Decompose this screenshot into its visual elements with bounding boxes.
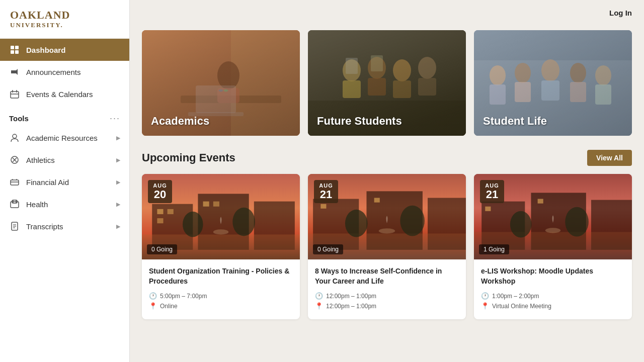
- event-3-location: 📍 Virtual Online Meeting: [481, 302, 625, 310]
- event-1-image: AUG 20 0 Going: [142, 174, 300, 259]
- svg-rect-55: [595, 84, 611, 105]
- svg-point-26: [217, 61, 239, 89]
- athletics-arrow: ▶: [116, 157, 120, 163]
- sidebar-item-health[interactable]: Health ▶: [0, 193, 129, 215]
- future-students-card[interactable]: Future Students: [308, 30, 466, 136]
- svg-point-52: [570, 63, 586, 83]
- svg-point-46: [490, 65, 506, 85]
- announcements-label: Announcements: [26, 68, 120, 76]
- svg-rect-88: [538, 199, 543, 204]
- svg-rect-25: [181, 96, 281, 103]
- event-card-2[interactable]: AUG 21 0 Going 8 Ways to Increase Self-C…: [308, 174, 466, 319]
- sidebar-item-athletics[interactable]: Athletics ▶: [0, 149, 129, 171]
- logo-area: OAKLAND UNIVERSITY.: [0, 0, 129, 39]
- svg-rect-87: [485, 207, 491, 211]
- event-1-date-badge: AUG 20: [148, 180, 172, 203]
- event-3-date-badge: AUG 21: [480, 180, 504, 203]
- svg-rect-37: [393, 80, 411, 98]
- svg-rect-27: [217, 88, 239, 103]
- logo-line2: UNIVERSITY.: [10, 21, 119, 29]
- clock-icon: 🕐: [149, 292, 157, 300]
- event-2-date-badge: AUG 21: [314, 180, 338, 203]
- academic-resources-icon: [9, 132, 20, 143]
- academics-card[interactable]: Academics: [142, 30, 300, 136]
- event-cards: AUG 20 0 Going Student Organization Trai…: [142, 174, 632, 319]
- svg-point-86: [545, 228, 560, 233]
- dashboard-icon: [9, 44, 20, 55]
- event-3-day: 21: [485, 189, 499, 201]
- event-1-day: 20: [153, 189, 167, 201]
- transcripts-icon: [9, 221, 20, 232]
- sidebar-item-dashboard[interactable]: Dashboard: [0, 39, 129, 61]
- dashboard-label: Dashboard: [26, 46, 120, 54]
- event-1-location: 📍 Online: [149, 302, 293, 310]
- svg-rect-63: [203, 202, 209, 207]
- event-3-title: e-LIS Workshop: Moodle Updates Workshop: [481, 266, 625, 286]
- svg-rect-4: [11, 92, 19, 98]
- event-1-time: 🕐 5:00pm – 7:00pm: [149, 292, 293, 300]
- athletics-label: Athletics: [26, 156, 110, 164]
- sidebar-item-transcripts[interactable]: Transcripts ▶: [0, 215, 129, 237]
- view-all-button[interactable]: View All: [587, 150, 632, 166]
- event-2-info: 8 Ways to Increase Self-Confidence in Yo…: [308, 259, 466, 319]
- event-2-title: 8 Ways to Increase Self-Confidence in Yo…: [315, 266, 459, 286]
- health-icon: [9, 199, 20, 210]
- svg-rect-1: [15, 46, 19, 49]
- sidebar-item-announcements[interactable]: Announcements: [0, 61, 129, 83]
- event-card-1[interactable]: AUG 20 0 Going Student Organization Trai…: [142, 174, 300, 319]
- upcoming-events-header: Upcoming Events View All: [142, 150, 632, 166]
- svg-rect-0: [11, 46, 14, 49]
- main-content: Academics: [130, 0, 644, 362]
- logo-line1: OAKLAND: [10, 9, 119, 21]
- svg-rect-24: [231, 30, 300, 136]
- svg-rect-41: [371, 55, 383, 71]
- svg-rect-39: [418, 78, 436, 96]
- svg-point-74: [345, 210, 368, 237]
- clock-icon-3: 🕐: [481, 292, 489, 300]
- category-cards: Academics: [142, 30, 632, 136]
- event-2-location-label: 12:00pm – 1:00pm: [326, 303, 376, 310]
- svg-rect-35: [368, 78, 386, 96]
- sidebar-item-academic-resources[interactable]: Academic Resources ▶: [0, 127, 129, 149]
- health-arrow: ▶: [116, 201, 120, 208]
- login-button[interactable]: Log In: [609, 9, 632, 17]
- svg-rect-77: [320, 204, 326, 209]
- svg-point-32: [343, 59, 361, 81]
- event-2-time-label: 12:00pm – 1:00pm: [326, 293, 376, 300]
- event-1-title: Student Organization Training - Policies…: [149, 266, 293, 286]
- future-students-label: Future Students: [308, 107, 411, 136]
- events-label: Events & Calendars: [26, 90, 120, 99]
- svg-point-38: [418, 57, 436, 79]
- transcripts-arrow: ▶: [116, 223, 120, 230]
- sidebar-item-events[interactable]: Events & Calendars: [0, 83, 129, 105]
- header-bar: Log In: [130, 0, 644, 25]
- location-icon-3: 📍: [481, 302, 489, 310]
- sidebar-item-financial-aid[interactable]: Financial Aid ▶: [0, 171, 129, 193]
- event-3-going: 1 Going: [479, 244, 509, 254]
- svg-point-68: [213, 229, 228, 234]
- svg-rect-78: [374, 198, 380, 203]
- announcements-icon: [9, 66, 20, 77]
- events-icon: [9, 88, 20, 100]
- svg-point-48: [515, 63, 531, 83]
- financial-aid-icon: [9, 176, 20, 188]
- svg-point-76: [379, 228, 395, 233]
- svg-rect-47: [490, 84, 506, 105]
- tools-label: Tools: [9, 114, 29, 123]
- athletics-icon: [9, 154, 20, 165]
- event-1-going: 0 Going: [147, 244, 177, 254]
- svg-point-34: [368, 57, 386, 79]
- svg-point-8: [13, 134, 17, 138]
- tools-more-button[interactable]: ···: [110, 113, 120, 124]
- svg-point-85: [565, 207, 589, 237]
- event-2-image: AUG 21 0 Going: [308, 174, 466, 259]
- academic-resources-label: Academic Resources: [26, 134, 110, 142]
- svg-point-36: [393, 59, 411, 81]
- student-life-card[interactable]: Student Life: [474, 30, 632, 136]
- upcoming-events-title: Upcoming Events: [142, 151, 235, 164]
- event-2-time: 🕐 12:00pm – 1:00pm: [315, 292, 459, 300]
- event-card-3[interactable]: AUG 21 1 Going e-LIS Workshop: Moodle Up…: [474, 174, 632, 319]
- event-2-location: 📍 12:00pm – 1:00pm: [315, 302, 459, 310]
- svg-rect-10: [11, 180, 19, 185]
- financial-aid-arrow: ▶: [116, 179, 120, 186]
